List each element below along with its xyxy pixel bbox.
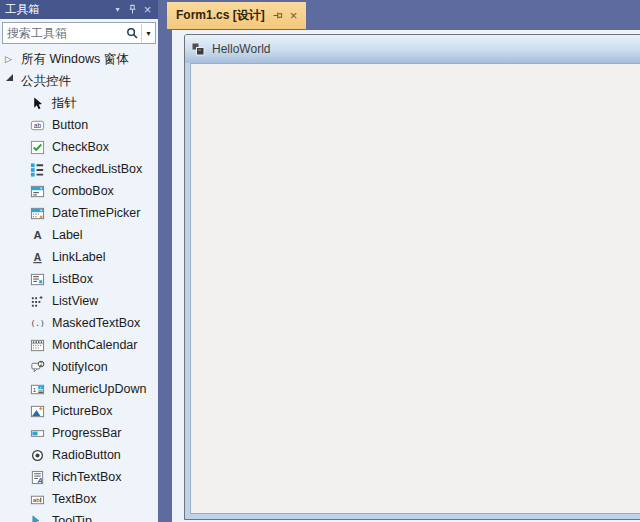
form-title-bar[interactable]: HelloWorld bbox=[185, 35, 640, 63]
toolbox-item-label: LinkLabel bbox=[52, 250, 106, 264]
pin-icon[interactable] bbox=[272, 10, 283, 21]
listbox-icon bbox=[29, 271, 45, 287]
checkbox-icon bbox=[29, 139, 45, 155]
toolbox-item-label: MaskedTextBox bbox=[52, 316, 140, 330]
svg-text:A: A bbox=[36, 476, 42, 483]
toolbox-item-maskedtextbox[interactable]: (.).MaskedTextBox bbox=[0, 312, 158, 334]
toolbox-item-label: ListBox bbox=[52, 272, 93, 286]
toolbox-group-common-controls[interactable]: 公共控件 bbox=[0, 70, 158, 92]
toolbox-item-label: ListView bbox=[52, 294, 98, 308]
toolbox-item-monthcalendar[interactable]: MonthCalendar bbox=[0, 334, 158, 356]
toolbox-item-listview[interactable]: ListView bbox=[0, 290, 158, 312]
toolbox-group-label: 所有 Windows 窗体 bbox=[21, 51, 129, 68]
window-position-icon[interactable]: ▾ bbox=[110, 2, 125, 17]
search-input[interactable] bbox=[3, 26, 123, 40]
toolbox-item-label: NotifyIcon bbox=[52, 360, 108, 374]
form-title: HelloWorld bbox=[212, 42, 270, 56]
tab-label: Form1.cs [设计] bbox=[176, 7, 265, 24]
toolbox-item-label: Label bbox=[52, 228, 83, 242]
document-well: Form1.cs [设计] × HelloWorld bbox=[172, 0, 640, 522]
toolbox-tree: ▷所有 Windows 窗体公共控件指针abButtonCheckBoxChec… bbox=[0, 46, 158, 522]
maskedtextbox-icon: (.). bbox=[29, 315, 45, 331]
toolbox-item-datetimepicker[interactable]: DateTimePicker bbox=[0, 202, 158, 224]
richtextbox-icon: A bbox=[29, 469, 45, 485]
toolbox-item-label: Button bbox=[52, 118, 88, 132]
svg-text:(.).: (.). bbox=[30, 319, 45, 328]
svg-text:A: A bbox=[33, 229, 41, 241]
toolbox-item-label: CheckedListBox bbox=[52, 162, 142, 176]
form-application-icon bbox=[191, 42, 205, 56]
toolbox-item-checkbox[interactable]: CheckBox bbox=[0, 136, 158, 158]
svg-text:2: 2 bbox=[39, 361, 42, 366]
toolbox-title-bar[interactable]: 工具箱 ▾ × bbox=[0, 0, 158, 19]
close-icon[interactable]: × bbox=[140, 2, 155, 17]
toolbox-item-label: 指针 bbox=[52, 95, 77, 112]
toolbox-item-pointer[interactable]: 指针 bbox=[0, 92, 158, 114]
toolbox-item-radiobutton[interactable]: RadioButton bbox=[0, 444, 158, 466]
toolbox-item-button[interactable]: abButton bbox=[0, 114, 158, 136]
environment-background-strip bbox=[158, 0, 172, 522]
toolbox-item-label: ProgressBar bbox=[52, 426, 121, 440]
listview-icon bbox=[29, 293, 45, 309]
toolbox-item-label: ComboBox bbox=[52, 184, 114, 198]
document-tab-strip: Form1.cs [设计] × bbox=[172, 0, 640, 30]
checkedlistbox-icon bbox=[29, 161, 45, 177]
toolbox-item-label: MonthCalendar bbox=[52, 338, 137, 352]
toolbox-item-linklabel[interactable]: ALinkLabel bbox=[0, 246, 158, 268]
numericupdown-icon: 1 bbox=[29, 381, 45, 397]
toolbox-item-richtextbox[interactable]: ARichTextBox bbox=[0, 466, 158, 488]
toolbox-item-label: RadioButton bbox=[52, 448, 121, 462]
form-client-area[interactable] bbox=[190, 63, 640, 514]
toolbox-item-tooltip[interactable]: ToolTip bbox=[0, 510, 158, 522]
toolbox-item-listbox[interactable]: ListBox bbox=[0, 268, 158, 290]
toolbox-item-label: DateTimePicker bbox=[52, 206, 140, 220]
toolbox-item-label: NumericUpDown bbox=[52, 382, 146, 396]
datetimepicker-icon bbox=[29, 205, 45, 221]
toolbox-search-box: ▼ bbox=[2, 22, 156, 44]
pointer-icon bbox=[29, 95, 45, 111]
pin-icon[interactable] bbox=[125, 2, 140, 17]
toolbox-group-all-windows-forms[interactable]: ▷所有 Windows 窗体 bbox=[0, 48, 158, 70]
svg-text:ab: ab bbox=[32, 496, 39, 503]
picturebox-icon bbox=[29, 403, 45, 419]
toolbox-item-label[interactable]: ALabel bbox=[0, 224, 158, 246]
radiobutton-icon bbox=[29, 447, 45, 463]
toolbox-panel: 工具箱 ▾ × ▼ ▷所有 Windows 窗体公共控件指针abButtonCh… bbox=[0, 0, 158, 522]
toolbox-item-picturebox[interactable]: PictureBox bbox=[0, 400, 158, 422]
design-form-window[interactable]: HelloWorld bbox=[184, 34, 640, 520]
svg-text:A: A bbox=[33, 251, 41, 262]
svg-text:ab: ab bbox=[33, 122, 41, 129]
combobox-icon bbox=[29, 183, 45, 199]
label-icon: A bbox=[29, 227, 45, 243]
linklabel-icon: A bbox=[29, 249, 45, 265]
toolbox-item-notifyicon[interactable]: 2NotifyIcon bbox=[0, 356, 158, 378]
monthcalendar-icon bbox=[29, 337, 45, 353]
tooltip-icon bbox=[29, 513, 45, 522]
tab-form1-designer[interactable]: Form1.cs [设计] × bbox=[167, 2, 306, 29]
toolbox-item-label: RichTextBox bbox=[52, 470, 121, 484]
search-options-chevron-down-icon[interactable]: ▼ bbox=[142, 23, 155, 43]
progressbar-icon bbox=[29, 425, 45, 441]
button-icon: ab bbox=[29, 117, 45, 133]
search-icon[interactable] bbox=[123, 23, 141, 43]
collapsed-triangle-icon[interactable]: ▷ bbox=[5, 55, 15, 64]
toolbox-item-label: ToolTip bbox=[52, 514, 92, 522]
toolbox-item-combobox[interactable]: ComboBox bbox=[0, 180, 158, 202]
forms-designer-surface[interactable]: HelloWorld bbox=[172, 30, 640, 522]
textbox-icon: ab bbox=[29, 491, 45, 507]
toolbox-title: 工具箱 bbox=[5, 2, 110, 17]
toolbox-item-numericupdown[interactable]: 1NumericUpDown bbox=[0, 378, 158, 400]
toolbox-item-checkedlistbox[interactable]: CheckedListBox bbox=[0, 158, 158, 180]
toolbox-item-progressbar[interactable]: ProgressBar bbox=[0, 422, 158, 444]
toolbox-item-label: CheckBox bbox=[52, 140, 109, 154]
toolbox-item-textbox[interactable]: abTextBox bbox=[0, 488, 158, 510]
toolbox-item-label: PictureBox bbox=[52, 404, 112, 418]
toolbox-group-label: 公共控件 bbox=[21, 73, 71, 90]
toolbox-item-label: TextBox bbox=[52, 492, 96, 506]
close-icon[interactable]: × bbox=[290, 9, 298, 22]
notifyicon-icon: 2 bbox=[29, 359, 45, 375]
